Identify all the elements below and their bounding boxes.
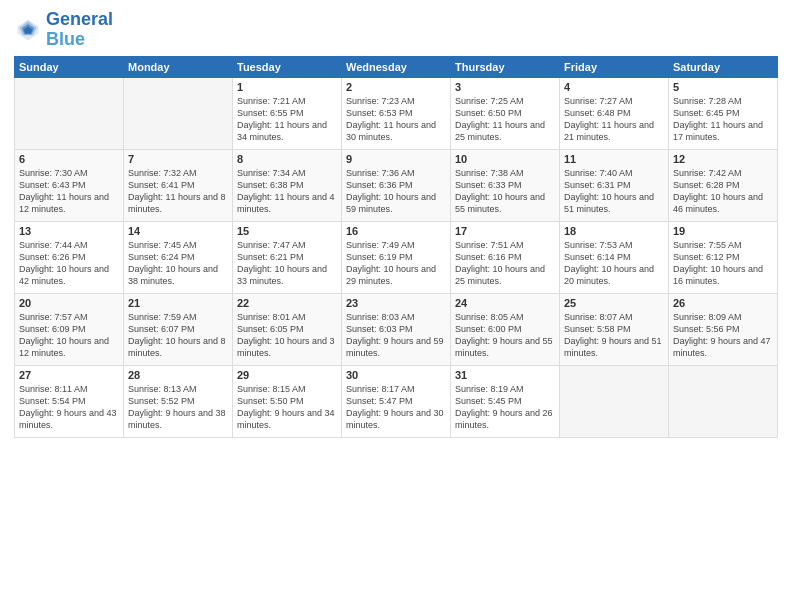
logo-icon [14, 16, 42, 44]
calendar-day-cell: 12Sunrise: 7:42 AM Sunset: 6:28 PM Dayli… [669, 149, 778, 221]
weekday-header-cell: Friday [560, 56, 669, 77]
calendar-day-cell: 10Sunrise: 7:38 AM Sunset: 6:33 PM Dayli… [451, 149, 560, 221]
day-number: 3 [455, 81, 555, 93]
day-number: 21 [128, 297, 228, 309]
day-info: Sunrise: 7:45 AM Sunset: 6:24 PM Dayligh… [128, 239, 228, 288]
day-info: Sunrise: 7:36 AM Sunset: 6:36 PM Dayligh… [346, 167, 446, 216]
calendar-day-cell: 23Sunrise: 8:03 AM Sunset: 6:03 PM Dayli… [342, 293, 451, 365]
calendar-week-row: 6Sunrise: 7:30 AM Sunset: 6:43 PM Daylig… [15, 149, 778, 221]
calendar-day-cell: 11Sunrise: 7:40 AM Sunset: 6:31 PM Dayli… [560, 149, 669, 221]
calendar-day-cell: 31Sunrise: 8:19 AM Sunset: 5:45 PM Dayli… [451, 365, 560, 437]
day-info: Sunrise: 8:03 AM Sunset: 6:03 PM Dayligh… [346, 311, 446, 360]
day-number: 11 [564, 153, 664, 165]
header: General Blue [14, 10, 778, 50]
calendar-week-row: 1Sunrise: 7:21 AM Sunset: 6:55 PM Daylig… [15, 77, 778, 149]
calendar-day-cell: 13Sunrise: 7:44 AM Sunset: 6:26 PM Dayli… [15, 221, 124, 293]
day-info: Sunrise: 7:28 AM Sunset: 6:45 PM Dayligh… [673, 95, 773, 144]
day-info: Sunrise: 7:59 AM Sunset: 6:07 PM Dayligh… [128, 311, 228, 360]
day-info: Sunrise: 7:25 AM Sunset: 6:50 PM Dayligh… [455, 95, 555, 144]
day-number: 20 [19, 297, 119, 309]
calendar-day-cell: 22Sunrise: 8:01 AM Sunset: 6:05 PM Dayli… [233, 293, 342, 365]
weekday-header-cell: Wednesday [342, 56, 451, 77]
calendar-day-cell: 29Sunrise: 8:15 AM Sunset: 5:50 PM Dayli… [233, 365, 342, 437]
calendar-day-cell [560, 365, 669, 437]
calendar-week-row: 13Sunrise: 7:44 AM Sunset: 6:26 PM Dayli… [15, 221, 778, 293]
day-number: 6 [19, 153, 119, 165]
day-info: Sunrise: 8:15 AM Sunset: 5:50 PM Dayligh… [237, 383, 337, 432]
calendar-week-row: 20Sunrise: 7:57 AM Sunset: 6:09 PM Dayli… [15, 293, 778, 365]
weekday-header-cell: Thursday [451, 56, 560, 77]
day-info: Sunrise: 7:53 AM Sunset: 6:14 PM Dayligh… [564, 239, 664, 288]
day-number: 28 [128, 369, 228, 381]
day-number: 26 [673, 297, 773, 309]
weekday-header-cell: Monday [124, 56, 233, 77]
day-info: Sunrise: 7:34 AM Sunset: 6:38 PM Dayligh… [237, 167, 337, 216]
day-number: 16 [346, 225, 446, 237]
calendar-day-cell [124, 77, 233, 149]
day-number: 9 [346, 153, 446, 165]
day-info: Sunrise: 7:44 AM Sunset: 6:26 PM Dayligh… [19, 239, 119, 288]
day-info: Sunrise: 7:21 AM Sunset: 6:55 PM Dayligh… [237, 95, 337, 144]
calendar-day-cell: 25Sunrise: 8:07 AM Sunset: 5:58 PM Dayli… [560, 293, 669, 365]
page-container: General Blue SundayMondayTuesdayWednesda… [0, 0, 792, 444]
day-number: 30 [346, 369, 446, 381]
day-info: Sunrise: 7:49 AM Sunset: 6:19 PM Dayligh… [346, 239, 446, 288]
day-info: Sunrise: 7:23 AM Sunset: 6:53 PM Dayligh… [346, 95, 446, 144]
calendar-day-cell: 24Sunrise: 8:05 AM Sunset: 6:00 PM Dayli… [451, 293, 560, 365]
calendar-day-cell [669, 365, 778, 437]
day-info: Sunrise: 7:32 AM Sunset: 6:41 PM Dayligh… [128, 167, 228, 216]
calendar-day-cell: 14Sunrise: 7:45 AM Sunset: 6:24 PM Dayli… [124, 221, 233, 293]
day-number: 23 [346, 297, 446, 309]
day-number: 1 [237, 81, 337, 93]
calendar-day-cell: 2Sunrise: 7:23 AM Sunset: 6:53 PM Daylig… [342, 77, 451, 149]
calendar-day-cell [15, 77, 124, 149]
day-info: Sunrise: 7:40 AM Sunset: 6:31 PM Dayligh… [564, 167, 664, 216]
calendar-day-cell: 1Sunrise: 7:21 AM Sunset: 6:55 PM Daylig… [233, 77, 342, 149]
calendar-day-cell: 18Sunrise: 7:53 AM Sunset: 6:14 PM Dayli… [560, 221, 669, 293]
calendar-day-cell: 30Sunrise: 8:17 AM Sunset: 5:47 PM Dayli… [342, 365, 451, 437]
calendar-day-cell: 5Sunrise: 7:28 AM Sunset: 6:45 PM Daylig… [669, 77, 778, 149]
calendar-day-cell: 3Sunrise: 7:25 AM Sunset: 6:50 PM Daylig… [451, 77, 560, 149]
day-number: 15 [237, 225, 337, 237]
day-info: Sunrise: 7:51 AM Sunset: 6:16 PM Dayligh… [455, 239, 555, 288]
day-number: 27 [19, 369, 119, 381]
day-info: Sunrise: 8:17 AM Sunset: 5:47 PM Dayligh… [346, 383, 446, 432]
day-number: 14 [128, 225, 228, 237]
calendar-table: SundayMondayTuesdayWednesdayThursdayFrid… [14, 56, 778, 438]
day-info: Sunrise: 8:07 AM Sunset: 5:58 PM Dayligh… [564, 311, 664, 360]
calendar-day-cell: 9Sunrise: 7:36 AM Sunset: 6:36 PM Daylig… [342, 149, 451, 221]
logo-text: General Blue [46, 10, 113, 50]
calendar-day-cell: 19Sunrise: 7:55 AM Sunset: 6:12 PM Dayli… [669, 221, 778, 293]
calendar-day-cell: 20Sunrise: 7:57 AM Sunset: 6:09 PM Dayli… [15, 293, 124, 365]
calendar-day-cell: 15Sunrise: 7:47 AM Sunset: 6:21 PM Dayli… [233, 221, 342, 293]
calendar-day-cell: 27Sunrise: 8:11 AM Sunset: 5:54 PM Dayli… [15, 365, 124, 437]
weekday-header-row: SundayMondayTuesdayWednesdayThursdayFrid… [15, 56, 778, 77]
day-info: Sunrise: 8:05 AM Sunset: 6:00 PM Dayligh… [455, 311, 555, 360]
day-info: Sunrise: 7:30 AM Sunset: 6:43 PM Dayligh… [19, 167, 119, 216]
logo: General Blue [14, 10, 113, 50]
calendar-day-cell: 17Sunrise: 7:51 AM Sunset: 6:16 PM Dayli… [451, 221, 560, 293]
calendar-day-cell: 7Sunrise: 7:32 AM Sunset: 6:41 PM Daylig… [124, 149, 233, 221]
calendar-week-row: 27Sunrise: 8:11 AM Sunset: 5:54 PM Dayli… [15, 365, 778, 437]
day-number: 25 [564, 297, 664, 309]
day-number: 2 [346, 81, 446, 93]
day-number: 13 [19, 225, 119, 237]
day-number: 10 [455, 153, 555, 165]
weekday-header-cell: Saturday [669, 56, 778, 77]
day-number: 4 [564, 81, 664, 93]
day-number: 12 [673, 153, 773, 165]
day-number: 29 [237, 369, 337, 381]
day-number: 22 [237, 297, 337, 309]
day-number: 24 [455, 297, 555, 309]
calendar-day-cell: 4Sunrise: 7:27 AM Sunset: 6:48 PM Daylig… [560, 77, 669, 149]
day-info: Sunrise: 7:57 AM Sunset: 6:09 PM Dayligh… [19, 311, 119, 360]
calendar-day-cell: 26Sunrise: 8:09 AM Sunset: 5:56 PM Dayli… [669, 293, 778, 365]
day-number: 7 [128, 153, 228, 165]
calendar-day-cell: 16Sunrise: 7:49 AM Sunset: 6:19 PM Dayli… [342, 221, 451, 293]
calendar-day-cell: 8Sunrise: 7:34 AM Sunset: 6:38 PM Daylig… [233, 149, 342, 221]
calendar-day-cell: 6Sunrise: 7:30 AM Sunset: 6:43 PM Daylig… [15, 149, 124, 221]
weekday-header-cell: Sunday [15, 56, 124, 77]
day-number: 19 [673, 225, 773, 237]
day-info: Sunrise: 8:19 AM Sunset: 5:45 PM Dayligh… [455, 383, 555, 432]
day-info: Sunrise: 8:13 AM Sunset: 5:52 PM Dayligh… [128, 383, 228, 432]
